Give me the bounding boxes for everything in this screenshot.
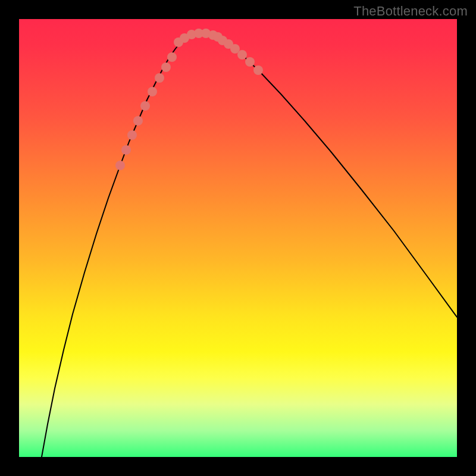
right-arm-dots bbox=[237, 50, 247, 60]
left-arm-dots bbox=[115, 161, 125, 170]
chart-svg bbox=[19, 19, 457, 457]
left-arm-dots bbox=[167, 52, 177, 62]
right-arm-dots bbox=[253, 65, 263, 75]
chart-frame: TheBottleneck.com bbox=[0, 0, 476, 476]
highlight-dots bbox=[115, 29, 263, 170]
left-arm-dots bbox=[121, 145, 131, 155]
watermark-text: TheBottleneck.com bbox=[353, 4, 468, 19]
left-arm-dots bbox=[161, 62, 171, 72]
right-arm-dots bbox=[245, 57, 255, 67]
left-arm-dots bbox=[140, 101, 150, 111]
left-arm-dots bbox=[155, 73, 164, 83]
plot-area bbox=[19, 19, 457, 457]
bottleneck-curve bbox=[42, 33, 457, 457]
left-arm-dots bbox=[133, 116, 143, 126]
left-arm-dots bbox=[127, 130, 137, 140]
left-arm-dots bbox=[148, 87, 157, 96]
